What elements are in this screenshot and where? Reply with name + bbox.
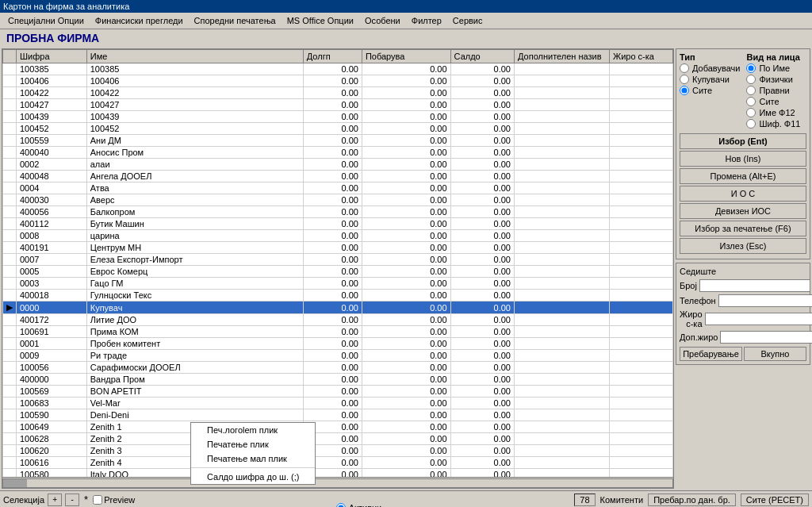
popup-item-2[interactable]: Печатење мал плик	[191, 451, 315, 466]
table-row[interactable]: 0008царина0.000.000.00	[3, 230, 673, 242]
menu-filter[interactable]: Филтер	[407, 14, 446, 27]
table-row[interactable]: 0004Атва0.000.000.00	[3, 182, 673, 194]
row-marker	[3, 230, 17, 242]
izlez-button[interactable]: Излез (Esc)	[680, 238, 806, 254]
col-giro[interactable]: Жиро с-ка	[610, 50, 673, 63]
table-row[interactable]: 100628Zenith 20.000.000.00	[3, 433, 673, 445]
row-marker	[3, 147, 17, 159]
site-reset-button[interactable]: Сите (РЕСЕТ)	[741, 494, 809, 506]
table-row[interactable]: 100569BON APETIT0.000.000.00	[3, 386, 673, 398]
cell-pobaruva: 0.00	[362, 386, 450, 398]
pravni-radio[interactable]	[746, 86, 756, 95]
izbor-button[interactable]: Избор (Ent)	[680, 133, 806, 149]
dop-giro-input[interactable]	[720, 331, 812, 344]
selekcija-minus-button[interactable]: -	[65, 494, 79, 506]
table-row[interactable]: 0005Еврос Комерц0.000.000.00	[3, 266, 673, 278]
telefon-input[interactable]	[718, 294, 812, 307]
cell-extra	[515, 147, 610, 159]
table-row[interactable]: 1004061004060.000.000.00	[3, 75, 673, 87]
cell-extra	[515, 171, 610, 182]
table-row[interactable]: 400018Гулнцоски Текс0.000.000.00	[3, 290, 673, 302]
table-row[interactable]: 0003Гацо ГМ0.000.000.00	[3, 278, 673, 290]
table-row[interactable]: 400048Ангела ДООЕЛ0.000.000.00	[3, 171, 673, 182]
izbor-pechatenje-button[interactable]: Избор за печатење (F6)	[680, 221, 806, 236]
broj-input[interactable]	[699, 279, 810, 292]
table-row[interactable]: 400056Балкопром0.000.000.00	[3, 206, 673, 218]
popup-item-0[interactable]: Печ.логоlem плик	[191, 423, 315, 437]
ios-button[interactable]: И О С	[680, 186, 806, 202]
table-row[interactable]: 400112Бутик Машин0.000.000.00	[3, 218, 673, 230]
cell-name: Атва	[86, 182, 303, 194]
table-row[interactable]: 1004221004220.000.000.00	[3, 87, 673, 99]
cell-extra	[515, 206, 610, 218]
menu-servis[interactable]: Сервис	[448, 14, 488, 27]
prebarlodandb-button[interactable]: Пребар.по дан. бр.	[648, 494, 736, 506]
preview-checkbox[interactable]	[93, 495, 102, 505]
selekcija-plus-button[interactable]: +	[48, 494, 62, 506]
menu-sporedni[interactable]: Споредни печатења	[190, 14, 281, 27]
table-row[interactable]: 1004521004520.000.000.00	[3, 123, 673, 135]
table-row[interactable]: 1003851003850.000.000.00	[3, 63, 673, 75]
table-row[interactable]: 100691Прима КОМ0.000.000.00	[3, 326, 673, 338]
ime-f12-radio[interactable]	[746, 108, 756, 117]
table-row[interactable]: 100616Zenith 40.000.000.00	[3, 457, 673, 469]
table-row[interactable]: 100559Ани ДМ0.000.000.00	[3, 135, 673, 147]
table-row[interactable]: 0002алаи0.000.000.00	[3, 159, 673, 171]
kupuvaci-radio[interactable]	[680, 75, 689, 84]
table-row[interactable]: 100649Zenith 10.000.000.00	[3, 421, 673, 433]
vkupno-button[interactable]: Вкупно	[744, 347, 806, 361]
table-row[interactable]: 400191Центрум МН0.000.000.00	[3, 242, 673, 254]
table-row[interactable]: 100620Zenith 30.000.000.00	[3, 445, 673, 457]
col-saldo[interactable]: Салдо	[450, 50, 514, 63]
devizen-ios-button[interactable]: Девизен ИОС	[680, 203, 806, 219]
table-row[interactable]: 400040Аносис Пром0.000.000.00	[3, 147, 673, 159]
popup-item-1[interactable]: Печатење плик	[191, 437, 315, 451]
table-row[interactable]: 100056Сарафимоски ДООЕЛ0.000.000.00	[3, 362, 673, 374]
col-code[interactable]: Шифра	[17, 50, 87, 63]
site-tip-radio[interactable]	[680, 86, 689, 95]
table-row[interactable]: 1004271004270.000.000.00	[3, 99, 673, 111]
cell-name: Вандра Пром	[86, 374, 303, 386]
table-row[interactable]: 400030Аверс0.000.000.00	[3, 194, 673, 206]
table-row[interactable]: 0001Пробен комитент0.000.000.00	[3, 338, 673, 350]
col-name[interactable]: Име	[86, 50, 303, 63]
table-row[interactable]: 100590Deni-Deni0.000.000.00	[3, 409, 673, 421]
shif-f11-radio[interactable]	[746, 119, 756, 129]
menu-osobeni[interactable]: Особени	[360, 14, 405, 27]
col-dolgp[interactable]: Долгп	[303, 50, 362, 63]
cell-pobaruva: 0.00	[362, 87, 450, 99]
promena-button[interactable]: Промена (Alt+E)	[680, 168, 806, 184]
table-row[interactable]: 400000Вандра Пром0.000.000.00	[3, 374, 673, 386]
po-ime-radio[interactable]	[746, 63, 756, 73]
prebaruvanje-button[interactable]: Пребарување	[680, 347, 742, 361]
table-row[interactable]: 100580Italy DOO0.000.000.00	[3, 469, 673, 478]
menu-specijalni-opcii[interactable]: Специјални Опции	[3, 14, 89, 27]
table-row[interactable]: 100683Vel-Mar0.000.000.00	[3, 398, 673, 409]
table-row[interactable]: 0007Елеза Експорт-Импорт0.000.000.00	[3, 254, 673, 266]
cell-saldo: 0.00	[450, 230, 514, 242]
cell-code: 0005	[17, 266, 87, 278]
giro-input[interactable]	[705, 313, 812, 325]
site-vid-radio[interactable]	[746, 97, 756, 106]
col-extra[interactable]: Дополнителен назив	[515, 50, 610, 63]
table-scroll[interactable]: Шифра Име Долгп Побарува Салдо Дополните…	[2, 49, 673, 477]
fizicki-radio[interactable]	[746, 75, 756, 84]
aktivni-column: Активни Пасивни Сите	[336, 503, 384, 508]
menu-msoffice[interactable]: MS Office Опции	[282, 14, 358, 27]
row-marker	[3, 242, 17, 254]
aktivni-radio[interactable]	[336, 503, 346, 508]
dobavuvaci-radio[interactable]	[680, 63, 689, 73]
cell-dolgp: 0.00	[303, 374, 362, 386]
table-row[interactable]: 400172Литие ДОО0.000.000.00	[3, 314, 673, 326]
popup-item-3[interactable]: Салдо шифра до ш. (;)	[191, 470, 315, 484]
cell-giro	[610, 87, 673, 99]
cell-dolgp: 0.00	[303, 123, 362, 135]
cell-giro	[610, 445, 673, 457]
nov-button[interactable]: Нов (Ins)	[680, 151, 806, 167]
table-row[interactable]: 1004391004390.000.000.00	[3, 111, 673, 123]
table-row[interactable]: ▶0000Купувач0.000.000.00	[3, 302, 673, 314]
col-pobaruva[interactable]: Побарува	[362, 50, 450, 63]
table-row[interactable]: 0009Ри траде0.000.000.00	[3, 350, 673, 362]
menu-finansiski[interactable]: Финансиски прегледи	[90, 14, 188, 27]
row-marker	[3, 218, 17, 230]
